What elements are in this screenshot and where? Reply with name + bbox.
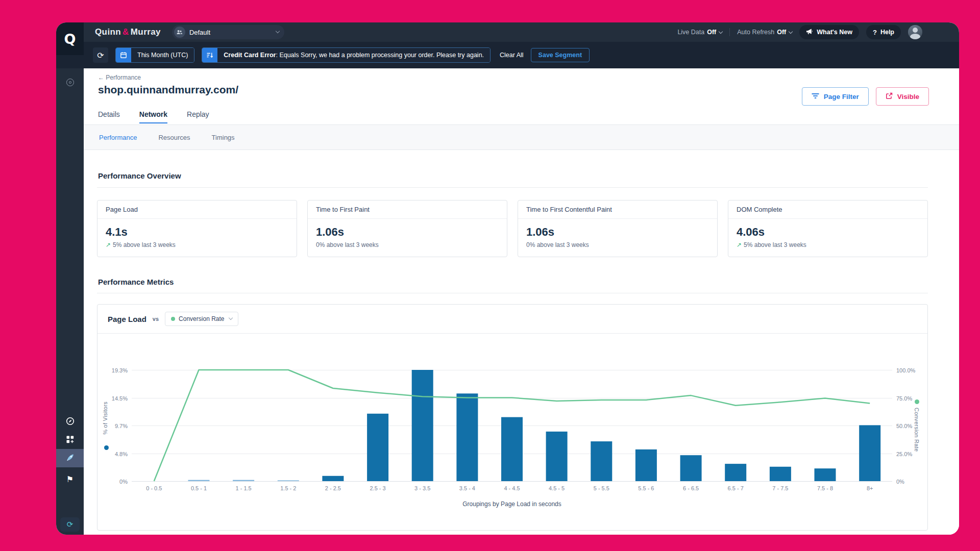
bar-3.5-4[interactable] bbox=[456, 393, 478, 481]
sidebar-item-radar[interactable] bbox=[56, 73, 84, 91]
series-selector[interactable]: Conversion Rate bbox=[165, 312, 238, 326]
y-axis-tick-left: 14.5% bbox=[99, 395, 128, 402]
sidebar-item-dashboards[interactable] bbox=[56, 432, 84, 449]
radar-icon bbox=[66, 79, 74, 86]
compass-icon bbox=[66, 417, 75, 428]
sidebar-item-discover[interactable] bbox=[56, 413, 84, 431]
divider bbox=[97, 293, 928, 293]
rocket-icon bbox=[66, 453, 75, 464]
refresh-button[interactable]: ⟳ bbox=[93, 47, 108, 63]
bar-4.5-5[interactable] bbox=[546, 432, 568, 481]
metric-card-delta: ↗5% above last 3 weeks bbox=[106, 241, 288, 248]
bar-1-1.5[interactable] bbox=[233, 480, 254, 481]
y-axis-tick-left: 4.8% bbox=[99, 451, 128, 457]
y-axis-tick-right: 25.0% bbox=[896, 451, 925, 457]
segment-filter-chip[interactable]: Credit Card Error: Equals Sorry, we had … bbox=[202, 47, 491, 63]
user-avatar[interactable] bbox=[908, 25, 922, 39]
refresh-icon: ⟳ bbox=[67, 520, 74, 529]
chevron-down-icon bbox=[719, 30, 723, 34]
metric-card-title: DOM Complete bbox=[728, 201, 927, 219]
bar-0.5-1[interactable] bbox=[188, 480, 210, 481]
visible-button[interactable]: Visible bbox=[876, 87, 929, 106]
bar-4-4.5[interactable] bbox=[501, 417, 523, 481]
subtab-timings[interactable]: Timings bbox=[212, 134, 235, 141]
bar-5.5-6[interactable] bbox=[635, 449, 657, 481]
bar-5-5.5[interactable] bbox=[591, 441, 612, 481]
divider bbox=[729, 28, 730, 36]
x-axis-tick: 7 - 7.5 bbox=[763, 485, 798, 491]
x-axis-label: Groupings by Page Load in seconds bbox=[132, 500, 892, 508]
date-range-label: This Month (UTC) bbox=[131, 48, 194, 62]
help-button[interactable]: ? Help bbox=[866, 25, 901, 39]
sidebar-refresh-button[interactable]: ⟳ bbox=[60, 517, 80, 532]
bar-2-2.5[interactable] bbox=[322, 476, 344, 481]
sidebar-item-performance[interactable] bbox=[56, 449, 84, 467]
x-axis-tick: 0.5 - 1 bbox=[181, 485, 217, 491]
subtab-resources[interactable]: Resources bbox=[158, 134, 190, 141]
whats-new-label: What's New bbox=[817, 29, 852, 36]
x-axis-tick: 0 - 0.5 bbox=[136, 485, 172, 491]
filter-bar: ⟳ This Month (UTC) Credit Card Error: Eq… bbox=[56, 42, 959, 68]
brand-name: Quinn&Murray bbox=[95, 27, 161, 37]
subtab-performance[interactable]: Performance bbox=[99, 134, 137, 141]
x-axis-tick: 4.5 - 5 bbox=[539, 485, 575, 491]
chevron-down-icon bbox=[789, 30, 793, 34]
date-range-chip[interactable]: This Month (UTC) bbox=[115, 47, 194, 63]
metric-card-delta: 0% above last 3 weeks bbox=[316, 241, 499, 248]
overview-heading: Performance Overview bbox=[98, 171, 181, 180]
bar-7.5-8[interactable] bbox=[815, 468, 836, 481]
back-arrow-icon: ← bbox=[98, 74, 104, 81]
x-axis-tick: 2.5 - 3 bbox=[360, 485, 396, 491]
dashboard-grid-icon bbox=[66, 436, 74, 445]
tab-details[interactable]: Details bbox=[98, 110, 120, 123]
tab-network[interactable]: Network bbox=[139, 110, 167, 123]
y-axis-tick-right: 75.0% bbox=[896, 395, 925, 402]
brand-logo[interactable]: Q bbox=[56, 22, 84, 55]
team-icon bbox=[174, 27, 185, 38]
metric-card-value: 1.06s bbox=[316, 226, 499, 239]
page-title: shop.quinnandmurray.com/ bbox=[98, 84, 238, 96]
x-axis-tick: 5 - 5.5 bbox=[583, 485, 619, 491]
workspace-selector[interactable]: Default bbox=[172, 25, 284, 39]
metric-card: DOM Complete4.06s↗5% above last 3 weeks bbox=[728, 200, 928, 257]
flag-icon: ⚑ bbox=[66, 474, 74, 484]
x-axis-tick: 5.5 - 6 bbox=[628, 485, 664, 491]
save-segment-button[interactable]: Save Segment bbox=[531, 48, 590, 62]
bar-7-7.5[interactable] bbox=[770, 467, 791, 481]
whats-new-button[interactable]: What's New bbox=[799, 25, 859, 39]
metrics-heading: Performance Metrics bbox=[98, 278, 174, 286]
bar-6.5-7[interactable] bbox=[725, 464, 746, 481]
x-axis-tick: 7.5 - 8 bbox=[807, 485, 843, 491]
y-axis-tick-right: 50.0% bbox=[896, 423, 925, 429]
x-axis-tick: 6 - 6.5 bbox=[673, 485, 709, 491]
sidebar-item-flags[interactable]: ⚑ bbox=[56, 470, 84, 488]
metric-card-value: 1.06s bbox=[526, 226, 709, 239]
bar-6-6.5[interactable] bbox=[680, 455, 702, 481]
x-axis-tick: 3.5 - 4 bbox=[449, 485, 485, 491]
visitors-legend-dot-icon bbox=[104, 445, 109, 450]
divider bbox=[97, 187, 928, 188]
chart-header: Page Load vs Conversion Rate bbox=[97, 305, 927, 334]
series-dot-icon bbox=[171, 317, 175, 321]
metric-card: Time to First Contentful Paint1.06s0% ab… bbox=[518, 200, 718, 257]
auto-refresh-toggle[interactable]: Auto RefreshOff bbox=[737, 29, 792, 36]
bar-1.5-2[interactable] bbox=[278, 481, 299, 482]
page-filter-button[interactable]: Page Filter bbox=[802, 87, 869, 106]
page-filter-label: Page Filter bbox=[824, 93, 859, 101]
chart-card: Page Load vs Conversion Rate 0%0%4.8%25.… bbox=[97, 304, 928, 531]
brand-logo-q-icon: Q bbox=[64, 31, 76, 47]
breadcrumb[interactable]: ← Performance bbox=[98, 74, 141, 81]
refresh-icon: ⟳ bbox=[97, 51, 104, 60]
metric-card-value: 4.06s bbox=[737, 226, 919, 239]
chevron-down-icon bbox=[228, 316, 232, 320]
bar-8+[interactable] bbox=[859, 425, 880, 481]
live-data-toggle[interactable]: Live DataOff bbox=[677, 29, 722, 36]
x-axis-tick: 8+ bbox=[852, 485, 888, 491]
chevron-down-icon bbox=[276, 29, 280, 33]
tab-replay[interactable]: Replay bbox=[187, 110, 209, 123]
bar-2.5-3[interactable] bbox=[367, 414, 388, 481]
overview-cards: Page Load4.1s↗5% above last 3 weeksTime … bbox=[97, 200, 928, 257]
clear-all-button[interactable]: Clear All bbox=[500, 52, 524, 59]
metric-card-title: Page Load bbox=[97, 201, 297, 219]
bar-3-3.5[interactable] bbox=[412, 370, 433, 481]
